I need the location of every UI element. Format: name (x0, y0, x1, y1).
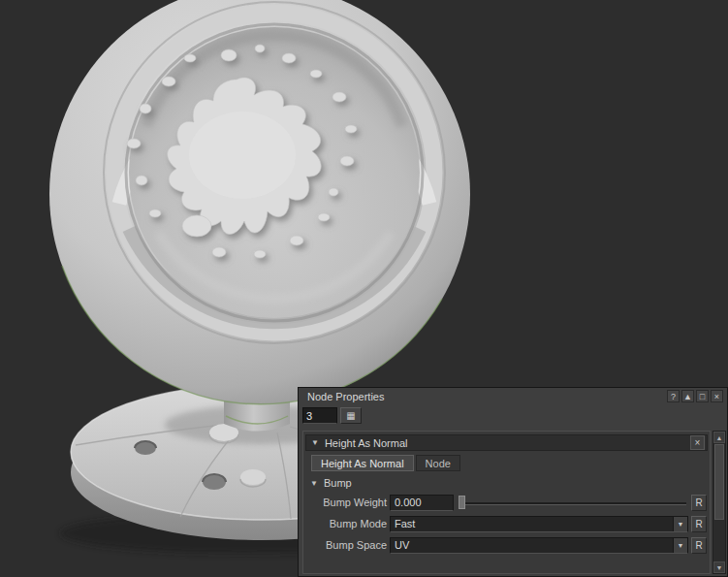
bump-section-title: Bump (324, 477, 352, 489)
scrollbar-thumb[interactable] (714, 444, 724, 520)
tab-node[interactable]: Node (416, 455, 460, 471)
bump-mode-label: Bump Mode (303, 518, 387, 529)
properties-content: ▼ Height As Normal × Height As Normal No… (302, 431, 711, 574)
panel-titlebar[interactable]: Node Properties ? ▲ □ × (299, 388, 727, 404)
help-icon[interactable]: ? (667, 390, 680, 402)
scrollbar-track[interactable] (713, 521, 725, 561)
node-header-title: Height As Normal (325, 437, 684, 449)
slider-groove (459, 502, 686, 505)
bump-mode-row: Bump Mode Fast ▼ R (303, 513, 710, 534)
preset-row: ▦ (299, 404, 727, 426)
titlebar-icons: ? ▲ □ × (667, 390, 723, 402)
bump-expander-icon[interactable]: ▼ (310, 479, 318, 488)
bump-weight-row: Bump Weight R (303, 492, 710, 513)
pin-icon[interactable]: ▲ (681, 390, 694, 402)
close-icon[interactable]: × (711, 390, 723, 402)
bump-weight-input[interactable] (390, 495, 454, 511)
bump-mode-dropdown[interactable]: Fast ▼ (390, 516, 688, 532)
preset-popup-button[interactable]: ▦ (340, 407, 362, 424)
bump-weight-reset-button[interactable]: R (691, 495, 707, 511)
bump-section-header[interactable]: ▼ Bump (303, 473, 710, 492)
preset-popup-icon: ▦ (346, 410, 355, 421)
scroll-down-icon[interactable]: ▼ (713, 561, 725, 573)
chevron-down-icon[interactable]: ▼ (673, 517, 687, 531)
tab-bar: Height As Normal Node (303, 451, 710, 473)
bump-space-label: Bump Space (303, 539, 387, 551)
node-properties-panel: Node Properties ? ▲ □ × ▦ ▼ Height As No… (298, 387, 728, 577)
bump-mode-reset-button[interactable]: R (691, 516, 707, 532)
application-window: Node Properties ? ▲ □ × ▦ ▼ Height As No… (0, 0, 728, 577)
node-header[interactable]: ▼ Height As Normal × (305, 434, 708, 451)
bump-space-reset-button[interactable]: R (691, 537, 707, 554)
bump-space-row: Bump Space UV ▼ R (303, 534, 710, 556)
bump-mode-value: Fast (391, 517, 673, 531)
panel-title: Node Properties (307, 391, 667, 402)
panel-scrollbar[interactable]: ▲ ▼ (712, 431, 726, 574)
tab-height-as-normal[interactable]: Height As Normal (311, 455, 414, 471)
expander-icon[interactable]: ▼ (311, 438, 319, 447)
chevron-down-icon[interactable]: ▼ (673, 538, 687, 553)
slider-handle[interactable] (459, 496, 465, 509)
bump-weight-label: Bump Weight (303, 497, 387, 508)
node-close-button[interactable]: × (690, 435, 705, 450)
preset-input[interactable] (302, 407, 337, 424)
window-icon[interactable]: □ (696, 390, 709, 402)
shader-ball-sphere (49, 0, 470, 404)
bump-space-dropdown[interactable]: UV ▼ (390, 537, 688, 554)
bump-space-value: UV (391, 538, 673, 553)
scroll-up-icon[interactable]: ▲ (713, 432, 725, 443)
bump-weight-slider[interactable] (457, 495, 688, 511)
